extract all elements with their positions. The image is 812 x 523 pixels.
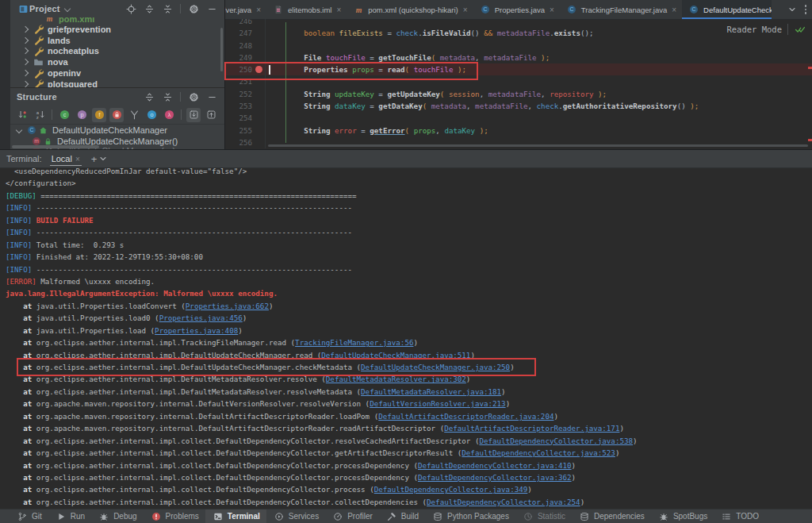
statusbar-item-python-packages[interactable]: Python Packages (425, 510, 515, 523)
close-icon[interactable]: × (336, 6, 341, 14)
stack-trace-link[interactable]: DefaultDependencyCollector.java:362 (418, 473, 572, 482)
sort-by-visibility-icon[interactable] (15, 108, 29, 122)
line-number[interactable]: 254 (231, 112, 252, 124)
stack-trace-link[interactable]: DefaultArtifactDescriptorReader.java:171 (444, 424, 619, 433)
statusbar-item-build[interactable]: Build (379, 510, 425, 523)
stack-trace-link[interactable]: DefaultDependencyCollector.java:349 (374, 485, 528, 494)
autoscroll-from-source-icon[interactable] (204, 108, 218, 122)
collapse-all-icon[interactable] (161, 2, 174, 15)
hide-icon[interactable] (205, 90, 218, 103)
project-tree-item-nova[interactable]: nova (10, 56, 224, 67)
project-tree-item-lands[interactable]: lands (10, 35, 224, 46)
editor-options-kebab-icon[interactable] (805, 5, 807, 14)
stack-trace-link[interactable]: DefaultDependencyCollector.java:410 (418, 461, 572, 470)
expand-all-icon[interactable] (143, 2, 155, 15)
stack-trace-link[interactable]: DefaultMetadataResolver.java:181 (361, 387, 501, 396)
project-tree-item-openinv[interactable]: openinv (10, 67, 224, 79)
statusbar-item-profiler[interactable]: Profiler (325, 510, 379, 523)
project-scrollbar[interactable] (220, 28, 223, 71)
stack-trace-link[interactable]: DefaultVersionResolver.java:213 (370, 399, 505, 408)
editor-tab-elitemobs-iml[interactable]: elitemobs.iml× (266, 0, 347, 19)
breakpoint-icon[interactable] (255, 66, 262, 73)
statusbar-item-spotbugs[interactable]: SpotBugs (651, 510, 714, 523)
line-number[interactable]: 253 (231, 100, 252, 112)
project-tree-item-plotsquared[interactable]: plotsquared (10, 79, 224, 87)
statusbar-item-statistic[interactable]: Statistic (515, 510, 572, 523)
show-non-public-icon[interactable] (109, 108, 124, 122)
collapse-all-icon[interactable] (161, 90, 174, 103)
terminal-output[interactable]: <useDependencyReducedPomInJar default-va… (0, 165, 812, 510)
stack-trace-link[interactable]: TrackingFileManager.java:56 (295, 338, 413, 347)
error-stripe-mark[interactable] (808, 139, 812, 141)
line-number[interactable]: 249 (231, 52, 252, 63)
statusbar-item-services[interactable]: Services (266, 510, 325, 523)
inspections-ok-icon[interactable] (794, 23, 806, 36)
autoscroll-to-source-icon[interactable] (186, 108, 201, 122)
show-fields-icon[interactable]: f (92, 108, 106, 122)
stack-trace-link[interactable]: Properties.java:456 (159, 313, 243, 322)
code-area[interactable]: 246247 boolean fileExists = check.isFile… (225, 19, 812, 149)
editor-horizontal-scrollbar[interactable] (268, 144, 808, 147)
code-text[interactable]: File touchFile = getTouchFile( metadata,… (266, 52, 550, 63)
show-properties-icon[interactable]: p (75, 108, 89, 122)
chevron-right-icon[interactable] (22, 37, 29, 43)
statusbar-item-terminal[interactable]: Terminal (205, 510, 266, 523)
statusbar-item-git[interactable]: Git (10, 510, 48, 523)
stack-trace-link[interactable]: DefaultDependencyCollector.java:538 (479, 436, 633, 445)
chevron-right-icon[interactable] (22, 70, 29, 76)
stack-trace-link[interactable]: Properties.java:662 (186, 302, 269, 310)
structure-scrollbar[interactable] (12, 145, 99, 148)
statusbar-item-todo[interactable]: TODO (714, 510, 765, 523)
chevron-right-icon[interactable] (22, 81, 29, 87)
line-number[interactable]: 247 (231, 27, 252, 39)
stack-trace-link[interactable]: Properties.java:408 (155, 326, 238, 335)
code-text[interactable]: String updateKey = getUpdateKey( session… (266, 88, 607, 100)
stack-trace-link[interactable]: DefaultMetadataResolver.java:302 (326, 375, 466, 383)
line-number[interactable]: 246 (231, 19, 252, 27)
editor-tab-pom-xml-quickshop-hikari-[interactable]: mpom.xml (quickshop-hikari)× (347, 0, 473, 19)
statusbar-item-run[interactable]: Run (48, 510, 91, 523)
show-classes-icon[interactable]: c (57, 108, 71, 122)
line-number[interactable]: 256 (231, 137, 252, 148)
sort-alphabetically-icon[interactable]: az (33, 108, 47, 122)
new-terminal-button[interactable]: + (91, 153, 98, 165)
code-text[interactable]: boolean fileExists = check.isFileValid()… (266, 27, 594, 39)
stack-trace-link[interactable]: DefaultDependencyCollector.java:523 (462, 448, 615, 457)
project-tree-item-nocheatplus[interactable]: nocheatplus (10, 46, 224, 57)
chevron-down-icon[interactable] (63, 6, 70, 12)
show-objects-icon[interactable]: o (144, 108, 159, 122)
code-text[interactable] (266, 112, 269, 124)
editor-tab-properties-java[interactable]: CProperties.java× (473, 0, 560, 19)
settings-icon[interactable] (187, 2, 200, 15)
code-text[interactable]: Properties props = read( touchFile ); (266, 63, 466, 75)
terminal-options-chevron-icon[interactable] (97, 152, 109, 165)
chevron-right-icon[interactable] (22, 48, 29, 54)
chevron-right-icon[interactable] (22, 59, 29, 65)
settings-icon[interactable] (187, 90, 200, 103)
chevron-right-icon[interactable] (22, 26, 29, 33)
code-text[interactable] (266, 19, 269, 27)
editor-tab-olver-java[interactable]: olver.java× (225, 0, 266, 19)
stack-trace-link[interactable]: DefaultUpdateCheckManager.java:250 (361, 363, 510, 371)
line-number[interactable]: 255 (231, 125, 252, 137)
statusbar-item-dependencies[interactable]: Dependencies (572, 510, 651, 523)
structure-item[interactable]: CDefaultUpdateCheckManager (10, 125, 224, 136)
statusbar-item-debug[interactable]: Debug (91, 510, 143, 523)
show-inherited-icon[interactable] (127, 108, 141, 122)
stack-trace-link[interactable]: DefaultArtifactDescriptorReader.java:204 (378, 412, 553, 421)
statusbar-item-problems[interactable]: Problems (144, 510, 205, 523)
line-number[interactable]: 250 (231, 63, 252, 75)
chevron-down-icon[interactable] (16, 127, 22, 133)
hide-icon[interactable] (205, 2, 218, 15)
close-icon[interactable]: × (256, 6, 261, 14)
error-stripe-mark[interactable] (808, 67, 812, 69)
close-icon[interactable]: × (75, 155, 80, 163)
line-number[interactable]: 251 (231, 75, 252, 87)
code-text[interactable]: String error = getError( props, dataKey … (266, 125, 488, 137)
line-number[interactable]: 248 (231, 40, 252, 52)
close-icon[interactable]: × (550, 6, 554, 14)
project-tree-item-pom-xml[interactable]: mpom.xml (10, 17, 224, 24)
editor-tab-trackingfilemanager-java[interactable]: CTrackingFileManager.java× (560, 0, 682, 19)
line-number[interactable]: 252 (231, 88, 252, 100)
stack-trace-link[interactable]: DefaultUpdateCheckManager.java:511 (321, 351, 470, 360)
